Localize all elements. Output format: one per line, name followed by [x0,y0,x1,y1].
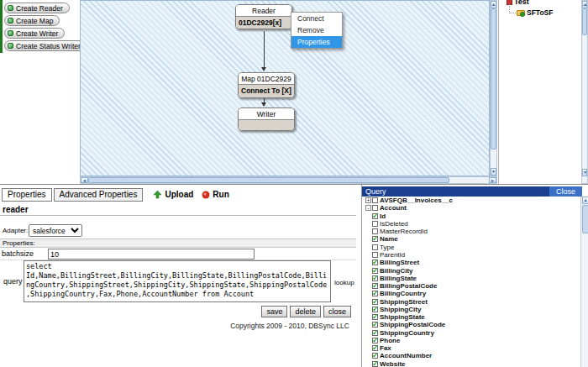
run-button[interactable]: Run [202,190,228,199]
query-field-row[interactable]: ShippingCity [362,306,580,313]
query-scroll-thumb[interactable] [582,205,588,233]
scroll-left-icon[interactable]: ◄ [81,177,88,183]
map-node[interactable]: Map 01DC2929 Connect To [X] [238,72,295,98]
reader-to-map-arrow [264,31,265,67]
create-reader-button[interactable]: Create Reader [4,3,70,13]
map-node-value[interactable]: Connect To [X] [239,84,294,97]
query-field-row[interactable]: ShippingState [362,313,580,321]
delete-button[interactable]: delete [290,306,321,317]
field-checkbox[interactable] [372,275,378,281]
context-menu-item-remove[interactable]: Remove [291,24,342,36]
reader-node-value[interactable]: 01DC2929[x] [236,16,291,29]
save-button[interactable]: save [261,306,287,317]
field-checkbox[interactable] [372,205,378,211]
adapter-label: Adapter: [3,227,28,234]
writer-node[interactable]: Writer [238,107,295,131]
tree-item-sftosf[interactable]: SFToSF [517,8,553,17]
create-writer-button[interactable]: Create Writer [4,28,65,39]
query-field-row[interactable]: Type [362,244,580,251]
create-map-button[interactable]: Create Map [4,15,60,26]
workflow-tree-panel: Test SFToSF [498,0,581,184]
bottom-region: Properties Advanced Properties Upload Ru… [0,184,588,367]
field-label: Name [380,235,398,243]
create-status-writer-button[interactable]: Create Status Writer [4,40,87,51]
workflow-canvas[interactable]: Reader 01DC2929[x] Map 01DC2929 Connect … [80,0,490,176]
tab-properties[interactable]: Properties [2,188,52,202]
page-vertical-scrollbar[interactable]: ▲ ▼ [581,0,588,184]
field-checkbox[interactable] [372,197,378,203]
field-checkbox[interactable] [372,260,378,265]
scroll-down-icon[interactable]: ▼ [582,169,587,176]
field-checkbox[interactable] [372,252,378,258]
field-checkbox[interactable] [372,353,378,359]
scroll-up-icon[interactable]: ▲ [582,197,588,204]
query-field-row[interactable]: AccountNumber [362,352,580,359]
query-field-row[interactable]: Website [362,360,580,367]
field-checkbox[interactable] [372,244,378,250]
field-checkbox[interactable] [372,228,378,234]
sidebar: Create Reader Create Map Create Writer C… [3,0,80,184]
close-button[interactable]: close [323,306,351,317]
collapse-icon[interactable]: - [365,205,371,211]
scroll-up-icon[interactable]: ▲ [582,1,587,8]
query-close-button[interactable]: Close [549,186,582,197]
field-label: MasterRecordId [380,228,428,235]
query-panel-title: Query [365,187,386,196]
field-checkbox[interactable] [372,291,378,296]
query-field-row[interactable]: ShippingCountry [362,329,580,337]
query-field-row[interactable]: IsDeleted [362,220,580,228]
canvas-vscroll-thumb[interactable] [491,8,496,149]
field-checkbox[interactable] [372,283,378,289]
writer-node-value[interactable] [239,119,294,130]
query-field-row[interactable]: ShippingStreet [362,297,580,305]
query-field-row[interactable]: BillingState [362,275,580,282]
query-field-row[interactable]: + AVSFQB__Invoices__c [362,197,580,204]
query-field-row[interactable]: BillingCity [362,266,580,274]
scroll-up-icon[interactable]: ▲ [491,1,496,8]
field-checkbox[interactable] [372,307,378,312]
action-buttons-row: save delete close [0,306,356,317]
field-checkbox[interactable] [372,338,378,343]
query-field-row[interactable]: Name [362,235,580,243]
field-label: ShippingCountry [380,329,434,337]
field-label: ShippingCity [380,306,421,313]
page-vscroll-thumb[interactable] [582,8,587,35]
query-field-row[interactable]: BillingPostalCode [362,282,580,290]
query-textarea[interactable]: select Id,Name,BillingStreet,BillingCity… [24,260,331,302]
field-checkbox[interactable] [372,322,378,328]
query-field-row[interactable]: Phone [362,337,580,344]
scroll-down-icon[interactable]: ▼ [491,168,496,176]
expand-icon[interactable]: + [365,197,371,203]
query-field-row[interactable]: MasterRecordId [362,228,580,235]
field-checkbox[interactable] [372,221,378,227]
upload-button[interactable]: Upload [153,190,193,199]
query-list-scrollbar[interactable]: ▲ [580,197,588,367]
field-checkbox[interactable] [372,345,378,351]
scroll-right-icon[interactable]: ► [489,177,496,183]
tab-advanced-properties[interactable]: Advanced Properties [54,188,144,202]
batchsize-input[interactable] [48,249,255,260]
canvas-hscroll-thumb[interactable] [88,177,449,183]
canvas-vertical-scrollbar[interactable]: ▲ ▼ [490,0,497,176]
field-checkbox[interactable] [372,236,378,242]
context-menu-item-properties[interactable]: Properties [291,36,342,48]
adapter-select[interactable]: salesforce [29,224,82,237]
query-field-row[interactable]: Id [362,212,580,220]
field-checkbox[interactable] [372,361,378,367]
field-checkbox[interactable] [372,213,378,219]
field-checkbox[interactable] [372,330,378,336]
query-field-row[interactable]: ShippingPostalCode [362,321,580,328]
tree-root-label: Test [514,0,529,6]
query-field-row[interactable]: BillingStreet [362,259,580,266]
reader-node[interactable]: Reader 01DC2929[x] [235,4,292,29]
field-label: ParentId [380,251,405,259]
field-checkbox[interactable] [372,268,378,274]
query-field-row[interactable]: - Account [362,204,580,212]
query-field-row[interactable]: Fax [362,344,580,352]
query-field-row[interactable]: BillingCountry [362,290,580,297]
field-checkbox[interactable] [372,314,378,320]
field-checkbox[interactable] [372,299,378,305]
query-field-row[interactable]: ParentId [362,251,580,259]
canvas-horizontal-scrollbar[interactable]: ◄ ► [80,176,497,184]
context-menu-item-connect[interactable]: Connect [291,13,342,24]
